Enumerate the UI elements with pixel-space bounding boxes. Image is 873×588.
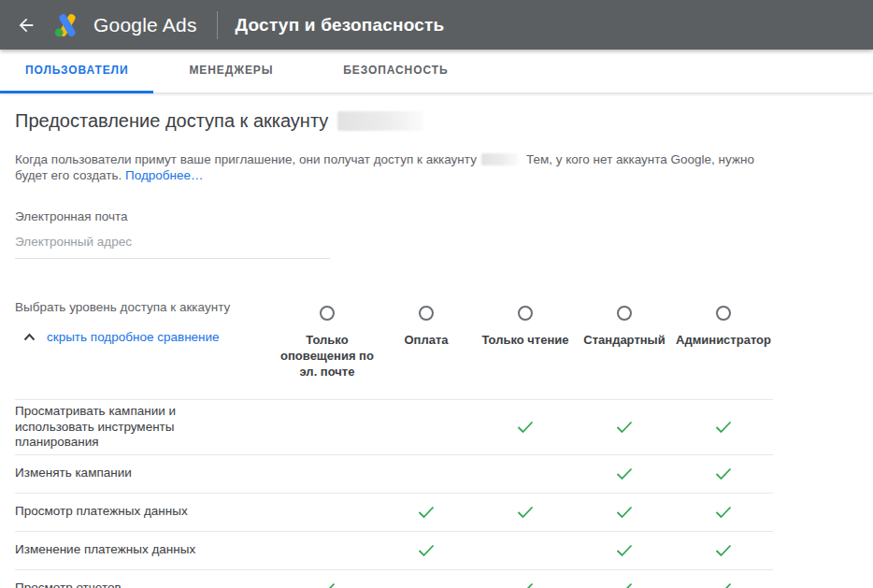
- tab-bar: ПОЛЬЗОВАТЕЛИ МЕНЕДЖЕРЫ БЕЗОПАСНОСТЬ: [0, 50, 873, 93]
- check-icon: [377, 544, 476, 557]
- table-row: Изменение платежных данных: [15, 531, 773, 569]
- access-column-label: Только оповещения по эл. почте: [278, 332, 377, 380]
- redacted-account-name: [337, 111, 423, 131]
- access-column-label: Оплата: [404, 332, 448, 348]
- email-input[interactable]: [15, 229, 330, 259]
- chevron-up-icon[interactable]: [23, 333, 36, 341]
- redacted-account-id: [481, 153, 519, 165]
- access-level-header: Выбрать уровень доступа к аккаунту скрыт…: [15, 299, 858, 380]
- access-column-label: Стандартный: [583, 332, 665, 348]
- access-level-radio[interactable]: [419, 306, 434, 321]
- section-description: Когда пользователи примут ваше приглашен…: [15, 152, 763, 183]
- access-table-body: Просматривать кампании и использовать ин…: [15, 399, 773, 588]
- main-content: Предоставление доступа к аккаунту Когда …: [0, 108, 873, 588]
- back-arrow-icon[interactable]: [15, 14, 37, 36]
- access-column: Стандартный: [575, 306, 674, 380]
- access-level-radio[interactable]: [716, 306, 731, 321]
- tab-security[interactable]: БЕЗОПАСНОСТЬ: [320, 50, 471, 93]
- permission-label: Просмотр отчетов: [15, 581, 211, 588]
- check-icon: [674, 421, 773, 434]
- section-title: Предоставление доступа к аккаунту: [15, 108, 858, 133]
- access-level-radio[interactable]: [617, 306, 632, 321]
- brand-name: Google Ads: [93, 14, 197, 36]
- check-icon: [674, 544, 773, 557]
- check-icon: [674, 506, 773, 519]
- permission-label: Изменять кампании: [15, 466, 211, 481]
- check-icon: [575, 506, 674, 519]
- description-text-start: Когда пользователи примут ваше приглашен…: [15, 152, 477, 166]
- permission-label: Изменение платежных данных: [15, 542, 211, 558]
- hide-comparison-link[interactable]: скрыть подробное сравнение: [47, 330, 220, 344]
- permission-label: Просмотр платежных данных: [15, 504, 211, 520]
- comparison-toggle[interactable]: скрыть подробное сравнение: [15, 330, 278, 344]
- table-row: Просмотр отчетов: [15, 569, 773, 588]
- check-icon: [575, 467, 674, 480]
- access-column: Только оповещения по эл. почте: [278, 306, 377, 380]
- check-icon: [575, 421, 674, 434]
- check-icon: [674, 467, 773, 480]
- permission-label: Просматривать кампании и использовать ин…: [15, 404, 211, 451]
- table-row: Просмотр платежных данных: [15, 493, 773, 531]
- check-icon: [476, 506, 575, 519]
- table-row: Просматривать кампании и использовать ин…: [15, 399, 773, 454]
- check-icon: [575, 544, 674, 557]
- access-level-radio[interactable]: [518, 306, 533, 321]
- section-title-text: Предоставление доступа к аккаунту: [15, 108, 328, 133]
- access-columns: Только оповещения по эл. почтеОплатаТоль…: [278, 306, 773, 380]
- access-left-block: Выбрать уровень доступа к аккаунту скрыт…: [15, 299, 278, 380]
- check-icon: [575, 582, 674, 588]
- check-icon: [278, 582, 377, 588]
- check-icon: [476, 582, 575, 588]
- access-column-label: Администратор: [676, 332, 771, 348]
- tab-managers[interactable]: МЕНЕДЖЕРЫ: [165, 50, 296, 93]
- access-column-label: Только чтение: [481, 332, 568, 348]
- access-level-label: Выбрать уровень доступа к аккаунту: [15, 300, 278, 314]
- header-divider: [217, 11, 218, 39]
- check-icon: [674, 582, 773, 588]
- app-header: Google Ads Доступ и безопасность: [0, 0, 873, 50]
- access-column: Только чтение: [476, 306, 575, 380]
- check-icon: [476, 421, 575, 434]
- access-column: Оплата: [377, 306, 476, 380]
- check-icon: [377, 506, 476, 519]
- table-row: Изменять кампании: [15, 454, 773, 493]
- google-ads-logo-icon[interactable]: [54, 12, 82, 37]
- tab-users[interactable]: ПОЛЬЗОВАТЕЛИ: [0, 50, 153, 93]
- learn-more-link[interactable]: Подробнее…: [125, 168, 204, 182]
- access-level-radio[interactable]: [320, 306, 335, 321]
- email-label: Электронная почта: [15, 209, 858, 223]
- access-column: Администратор: [674, 306, 773, 380]
- page-title: Доступ и безопасность: [236, 15, 445, 36]
